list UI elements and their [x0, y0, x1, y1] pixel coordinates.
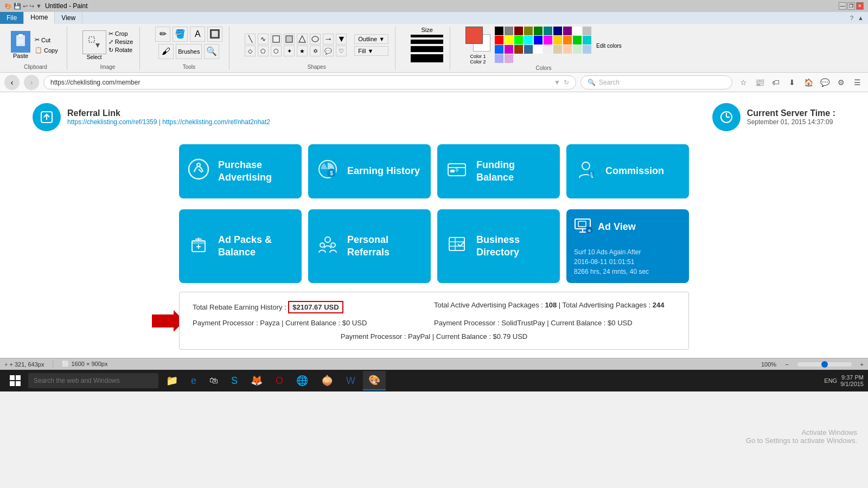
- card-earning-history[interactable]: $ Earning History: [308, 144, 431, 198]
- back-button[interactable]: ‹: [4, 75, 20, 90]
- shape-diag[interactable]: ╲: [245, 34, 256, 44]
- color-cell-3[interactable]: [524, 27, 533, 35]
- forward-button[interactable]: ›: [24, 75, 39, 90]
- taskbar-word[interactable]: W: [341, 371, 361, 390]
- shape-heart[interactable]: ♡: [336, 46, 347, 56]
- title-bar-controls[interactable]: — ❐ ✕: [839, 2, 864, 10]
- tab-file[interactable]: File: [0, 12, 24, 24]
- edit-colors-button[interactable]: Edit colors: [596, 43, 622, 49]
- color-cell-9[interactable]: [583, 27, 591, 35]
- taskbar-store[interactable]: 🛍: [204, 371, 224, 390]
- color-cell-25[interactable]: [544, 45, 552, 54]
- color-cell-16[interactable]: [553, 36, 562, 44]
- text-button[interactable]: A: [190, 27, 205, 42]
- menu-button[interactable]: ☰: [851, 76, 864, 89]
- color-cell-19[interactable]: [583, 36, 591, 44]
- bookmark-star-button[interactable]: ☆: [737, 76, 750, 89]
- brush-button[interactable]: 🖌: [158, 44, 174, 59]
- taskbar-paint[interactable]: 🎨: [363, 371, 386, 390]
- color1-swatch[interactable]: [465, 27, 483, 44]
- card-business-directory[interactable]: Business Directory: [437, 209, 560, 283]
- color-cell-27[interactable]: [563, 45, 572, 54]
- taskbar-file-explorer[interactable]: 📁: [161, 371, 183, 390]
- pocket-button[interactable]: 🏷: [769, 76, 782, 89]
- start-button[interactable]: [4, 371, 26, 390]
- color-cell-8[interactable]: [573, 27, 582, 35]
- address-bar[interactable]: https://cheklisting.com/member ▼ ↻: [43, 75, 576, 89]
- color-cell-4[interactable]: [534, 27, 542, 35]
- zoom-minus[interactable]: −: [785, 361, 788, 368]
- taskbar-tor[interactable]: 🧅: [316, 371, 339, 390]
- home-button[interactable]: 🏠: [802, 76, 815, 89]
- search-bar[interactable]: 🔍 Search: [580, 75, 732, 89]
- shape-pent[interactable]: ⬠: [258, 46, 269, 56]
- taskbar-chrome[interactable]: 🌐: [291, 371, 314, 390]
- shape-star4[interactable]: ✦: [284, 46, 295, 56]
- shape-rect2[interactable]: [284, 34, 295, 44]
- shape-callout[interactable]: 💬: [323, 46, 334, 56]
- color-cell-12[interactable]: [514, 36, 523, 44]
- card-purchase-advertising[interactable]: Purchase Advertising: [179, 144, 302, 198]
- color-cell-15[interactable]: [544, 36, 552, 44]
- taskbar-opera[interactable]: O: [270, 371, 289, 390]
- color-cell-5[interactable]: [544, 27, 552, 35]
- close-button[interactable]: ✕: [856, 2, 864, 10]
- taskbar-skype[interactable]: S: [226, 371, 243, 390]
- color-cell-0[interactable]: [495, 27, 503, 35]
- restore-button[interactable]: ❐: [847, 2, 855, 10]
- copy-button[interactable]: 📋 Copy: [33, 46, 60, 55]
- card-personal-referrals[interactable]: Personal Referrals: [308, 209, 431, 283]
- color-cell-30[interactable]: [495, 54, 503, 63]
- chat-button[interactable]: 💬: [818, 76, 831, 89]
- pencil-button[interactable]: ✏: [155, 27, 170, 42]
- shape-curve[interactable]: ∿: [258, 34, 269, 44]
- color-cell-26[interactable]: [553, 45, 562, 54]
- color-cell-24[interactable]: [534, 45, 542, 54]
- size-1[interactable]: [411, 35, 443, 37]
- rotate-button[interactable]: ↻ Rotate: [108, 47, 133, 54]
- color-cell-18[interactable]: [573, 36, 582, 44]
- shape-star6[interactable]: ✡: [310, 46, 321, 56]
- color-cell-13[interactable]: [524, 36, 533, 44]
- magnifier-button[interactable]: 🔍: [204, 44, 219, 59]
- color-cell-28[interactable]: [573, 45, 582, 54]
- select-button[interactable]: [82, 30, 106, 54]
- taskbar-search-input[interactable]: [28, 373, 158, 388]
- color-cell-7[interactable]: [563, 27, 572, 35]
- shape-hex[interactable]: ⬡: [271, 46, 282, 56]
- ribbon-collapse[interactable]: ▲: [858, 15, 868, 21]
- brushes-button[interactable]: Brushes: [176, 44, 202, 59]
- shape-tri[interactable]: [297, 34, 308, 44]
- shape-more[interactable]: ▼: [336, 34, 347, 44]
- outline-button[interactable]: Outline ▼: [354, 34, 388, 44]
- cut-button[interactable]: ✂ Cut: [33, 35, 60, 44]
- color-cell-21[interactable]: [505, 45, 513, 54]
- zoom-plus[interactable]: +: [860, 361, 864, 368]
- color-cell-10[interactable]: [495, 36, 503, 44]
- reader-button[interactable]: 📰: [753, 76, 766, 89]
- fill-button[interactable]: 🪣: [173, 27, 188, 42]
- color-cell-14[interactable]: [534, 36, 542, 44]
- minimize-button[interactable]: —: [839, 2, 846, 10]
- shape-diamond[interactable]: ◇: [245, 46, 256, 56]
- color-cell-22[interactable]: [514, 45, 523, 54]
- referral-links[interactable]: https://cheklisting.com/ref/1359 | https…: [67, 118, 270, 126]
- color-cell-29[interactable]: [583, 45, 591, 54]
- crop-button[interactable]: ✂ Crop: [108, 30, 133, 37]
- color-cell-1[interactable]: [505, 27, 513, 35]
- size-4[interactable]: [411, 54, 443, 62]
- shape-arrow[interactable]: →: [323, 34, 334, 44]
- shape-rect[interactable]: [271, 34, 282, 44]
- color-cell-6[interactable]: [553, 27, 562, 35]
- shape-star5[interactable]: ★: [297, 46, 308, 56]
- card-ad-view[interactable]: ⊕ Ad View Surf 10 Ads Again After2016-08…: [566, 209, 689, 283]
- download-button[interactable]: ⬇: [786, 76, 799, 89]
- size-3[interactable]: [411, 46, 443, 52]
- shape-ellipse[interactable]: [310, 34, 321, 44]
- color-cell-20[interactable]: [495, 45, 503, 54]
- color-cell-23[interactable]: [524, 45, 533, 54]
- taskbar-edge[interactable]: e: [186, 371, 202, 390]
- size-2[interactable]: [411, 40, 443, 44]
- resize-button[interactable]: ⤢ Resize: [108, 38, 133, 46]
- color-cell-17[interactable]: [563, 36, 572, 44]
